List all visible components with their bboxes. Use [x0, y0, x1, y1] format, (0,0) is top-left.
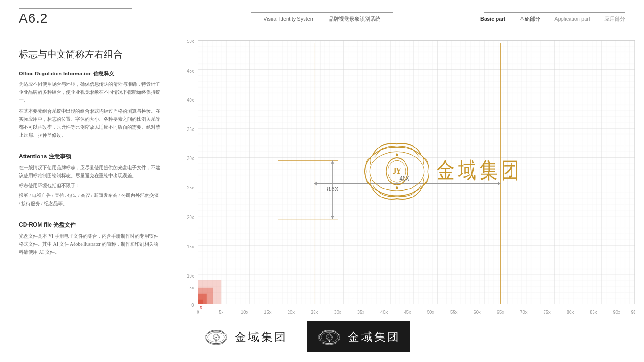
section-title: 标志与中文简称左右组合 — [19, 48, 160, 61]
vi-label: Visual Identity System — [264, 16, 314, 22]
svg-text:25x: 25x — [311, 309, 318, 315]
header-center-divider — [251, 12, 393, 13]
logo-black-bg: JY 金域集团 — [307, 321, 410, 352]
page-header: A6.2 Visual Identity System 品牌视觉形象识别系统 B… — [0, 0, 644, 32]
svg-text:50x: 50x — [187, 40, 194, 44]
cdrom-text: 光盘文件是本 VI 手册电子文件的集合，内含手册制作时的专用软件格式文件。其中 … — [19, 232, 160, 256]
svg-text:15x: 15x — [187, 243, 194, 249]
chart-area: 50x 45x 40x 35x 30x 25x 20x 15x 10x 5x 0… — [179, 36, 635, 357]
svg-text:JY: JY — [393, 166, 401, 176]
svg-text:5x: 5x — [219, 309, 224, 315]
attention-text1: 在一般情况下使用品牌标志，应尽量使用提供的光盘电子文件，不建议使用标准制图绘制标… — [19, 164, 160, 180]
svg-text:75x: 75x — [544, 309, 551, 315]
svg-text:90x: 90x — [613, 309, 621, 315]
svg-text:40x: 40x — [380, 309, 388, 315]
main-content: 标志与中文简称左右组合 Office Regulation Informatio… — [0, 32, 644, 362]
brand-cn-label: 品牌视觉形象识别系统 — [329, 16, 380, 23]
basic-part-en: Basic part — [480, 16, 505, 22]
logo-white-bg: JY 金域集团 — [196, 322, 295, 351]
svg-point-64 — [216, 333, 217, 334]
svg-text:45x: 45x — [187, 67, 194, 74]
svg-point-65 — [216, 341, 217, 342]
svg-point-56 — [396, 153, 398, 156]
right-panel: 50x 45x 40x 35x 30x 25x 20x 15x 10x 5x 0… — [174, 32, 644, 362]
header-center: Visual Identity System 品牌视觉形象识别系统 — [251, 12, 393, 23]
section-divider2 — [19, 146, 113, 146]
svg-text:JY: JY — [328, 336, 330, 338]
cdrom-title: CD-ROM file 光盘文件 — [19, 221, 160, 229]
svg-point-71 — [329, 333, 330, 334]
header-center-labels: Visual Identity System 品牌视觉形象识别系统 — [264, 16, 380, 23]
svg-text:5x: 5x — [190, 284, 195, 290]
svg-text:40x: 40x — [187, 97, 194, 103]
svg-text:8.6X: 8.6X — [327, 185, 339, 193]
svg-text:95x: 95x — [631, 309, 635, 315]
app-part-cn: 应用部分 — [604, 16, 625, 23]
svg-text:0: 0 — [197, 309, 199, 315]
left-panel: 标志与中文简称左右组合 Office Regulation Informatio… — [0, 32, 174, 362]
logo-samples-row: JY 金域集团 — [196, 317, 635, 357]
header-right: Basic part 基础部分 Application part 应用部分 — [480, 12, 625, 23]
svg-text:20x: 20x — [288, 309, 295, 315]
grid-chart: 50x 45x 40x 35x 30x 25x 20x 15x 10x 5x 0… — [179, 40, 635, 333]
svg-text:35x: 35x — [357, 309, 365, 315]
logo-text-dark: 金域集团 — [235, 329, 288, 345]
basic-part-cn: 基础部分 — [520, 16, 540, 23]
svg-text:80x: 80x — [567, 309, 574, 315]
svg-text:30x: 30x — [334, 309, 341, 315]
attention-title: Attentions 注意事项 — [19, 153, 160, 161]
reg-text1: 为适应不同使用场合与环境，确保信息传达的清晰与准确，特设计了企业品牌的多种组合，… — [19, 80, 160, 104]
app-part-en: Application part — [554, 16, 590, 22]
svg-text:85x: 85x — [590, 309, 597, 315]
svg-text:60x: 60x — [473, 309, 481, 315]
reg-text2: 在基本要素组合系统中出现的组合形式均经过严格的测算与检验。在实际应用中，标志的位… — [19, 107, 160, 139]
svg-text:45x: 45x — [404, 309, 411, 315]
header-right-labels: Basic part 基础部分 Application part 应用部分 — [480, 16, 625, 23]
reg-title: Office Regulation Information 信息释义 — [19, 70, 160, 77]
svg-text:20x: 20x — [187, 214, 194, 220]
svg-text:x: x — [200, 304, 202, 310]
svg-text:25x: 25x — [187, 184, 194, 190]
attention-text3: 报纸 / 电视广告 / 宣传 / 包装 / 会议 / 新闻发布会 / 公司内外部… — [19, 191, 160, 207]
svg-text:金域集团: 金域集团 — [437, 158, 523, 182]
logo-text-white: 金域集团 — [348, 329, 401, 345]
svg-text:65x: 65x — [497, 309, 504, 315]
logo-emblem-gold: JY — [203, 326, 229, 347]
section-divider-top — [19, 41, 132, 41]
svg-text:50x: 50x — [427, 309, 435, 315]
svg-text:70x: 70x — [520, 309, 528, 315]
svg-point-57 — [396, 186, 398, 189]
svg-point-72 — [329, 341, 330, 342]
header-divider-top — [19, 8, 132, 9]
svg-text:30x: 30x — [187, 155, 194, 161]
svg-text:55x: 55x — [450, 309, 458, 315]
svg-text:JY: JY — [215, 336, 217, 338]
svg-text:10x: 10x — [241, 309, 248, 315]
header-right-divider — [484, 12, 625, 13]
attention-text2: 标志使用环境包括但不限于： — [19, 181, 160, 189]
svg-text:10x: 10x — [187, 272, 194, 279]
section-divider3 — [19, 214, 113, 214]
header-left: A6.2 — [19, 8, 132, 26]
logo-emblem-white: JY — [316, 326, 342, 347]
svg-text:15x: 15x — [264, 309, 272, 315]
svg-text:35x: 35x — [187, 126, 194, 132]
svg-rect-1 — [198, 40, 635, 304]
page-code: A6.2 — [19, 11, 132, 26]
svg-text:0: 0 — [191, 302, 194, 308]
